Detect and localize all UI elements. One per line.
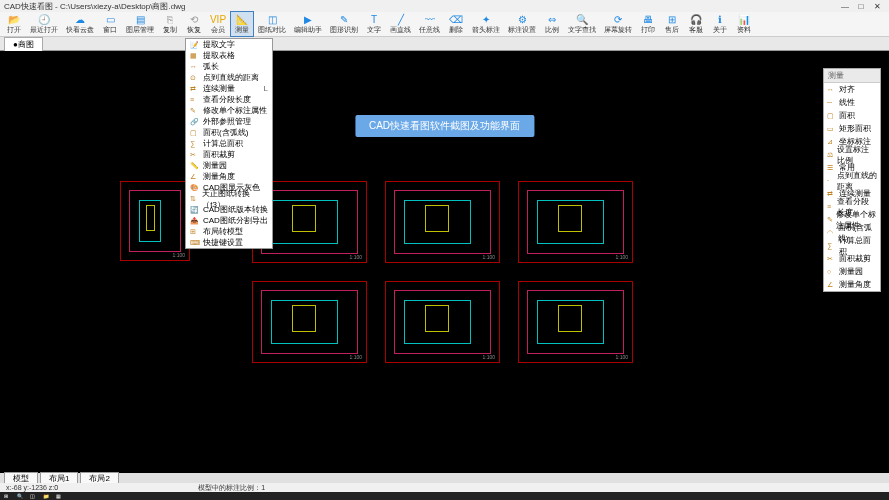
menu-item-弧长[interactable]: ↔弧长 xyxy=(186,61,272,72)
toolbar-label: 画直线 xyxy=(390,25,411,35)
toolbar-比例[interactable]: ⇔比例 xyxy=(540,12,564,36)
toolbar-icon: 📊 xyxy=(737,13,751,25)
side-icon: ⚖ xyxy=(827,150,834,159)
menu-item-测量园[interactable]: 📏测量园 xyxy=(186,160,272,171)
toolbar-label: 屏幕旋转 xyxy=(604,25,632,35)
start-icon[interactable]: ⊞ xyxy=(4,493,14,499)
side-label: 对齐 xyxy=(839,84,855,95)
toolbar-最近打开[interactable]: 🕘最近打开 xyxy=(26,12,62,36)
toolbar-客服[interactable]: 🎧客服 xyxy=(684,12,708,36)
toolbar-打开[interactable]: 📂打开 xyxy=(2,12,26,36)
cad-drawing[interactable]: 1:100 xyxy=(120,181,190,261)
side-item-测量园[interactable]: ○测量园 xyxy=(824,265,880,278)
menu-item-CAD图纸分割导出[interactable]: 📤CAD图纸分割导出 xyxy=(186,215,272,226)
menu-label: 快捷键设置 xyxy=(203,237,243,248)
side-icon: ✂ xyxy=(827,254,836,263)
toolbar-编辑助手[interactable]: ▶编辑助手 xyxy=(290,12,326,36)
side-item-点到直线的距离[interactable]: ·点到直线的距离 xyxy=(824,174,880,187)
minimize-button[interactable]: — xyxy=(837,2,853,11)
side-item-测量角度[interactable]: ∠测量角度 xyxy=(824,278,880,291)
toolbar-文字查找[interactable]: 🔍文字查找 xyxy=(564,12,600,36)
menu-item-点到直线的距离[interactable]: ⊙点到直线的距离 xyxy=(186,72,272,83)
cad-drawing[interactable]: 1:100 xyxy=(518,281,633,363)
explorer-icon[interactable]: 📁 xyxy=(43,493,53,499)
toolbar-图形识别[interactable]: ✎图形识别 xyxy=(326,12,362,36)
toolbar-icon: ⚙ xyxy=(515,13,529,25)
side-item-设置标注比例[interactable]: ⚖设置标注比例 xyxy=(824,148,880,161)
app-icon[interactable]: ▦ xyxy=(56,493,66,499)
toolbar-删除[interactable]: ⌫删除 xyxy=(444,12,468,36)
cad-drawing[interactable]: 1:100 xyxy=(385,281,500,363)
close-button[interactable]: ✕ xyxy=(869,2,885,11)
toolbar-售后[interactable]: ⊞售后 xyxy=(660,12,684,36)
toolbar-label: 图层管理 xyxy=(126,25,154,35)
toolbar-资料[interactable]: 📊资料 xyxy=(732,12,756,36)
menu-item-CAD图纸版本转换[interactable]: 🔄CAD图纸版本转换 xyxy=(186,204,272,215)
toolbar-画直线[interactable]: ╱画直线 xyxy=(386,12,415,36)
menu-label: 计算总面积 xyxy=(203,138,243,149)
toolbar-label: 最近打开 xyxy=(30,25,58,35)
side-item-计算总面积[interactable]: ∑计算总面积 xyxy=(824,239,880,252)
toolbar-快看云盘[interactable]: ☁快看云盘 xyxy=(62,12,98,36)
document-tabbar: ●商图 xyxy=(0,37,889,51)
menu-item-面积裁剪[interactable]: ✂面积裁剪 xyxy=(186,149,272,160)
toolbar-关于[interactable]: ℹ关于 xyxy=(708,12,732,36)
toolbar-测量[interactable]: 📐测量 xyxy=(230,11,254,37)
toolbar-图层管理[interactable]: ▤图层管理 xyxy=(122,12,158,36)
menu-item-测量角度[interactable]: ∠测量角度 xyxy=(186,171,272,182)
drawing-canvas[interactable]: CAD快速看图软件截图及功能界面 1:1001:1001:1001:1001:1… xyxy=(0,51,889,473)
menu-icon: 🔗 xyxy=(190,118,200,126)
menu-item-天正图纸转换（t3）[interactable]: ⇅天正图纸转换（t3） xyxy=(186,193,272,204)
cad-drawing[interactable]: 1:100 xyxy=(385,181,500,263)
menu-icon: ⇄ xyxy=(190,85,200,93)
toolbar-icon: ⟲ xyxy=(187,13,201,25)
side-item-面积[interactable]: ▢面积 xyxy=(824,109,880,122)
toolbar-label: 任意线 xyxy=(419,25,440,35)
menu-item-计算总面积[interactable]: ∑计算总面积 xyxy=(186,138,272,149)
search-icon[interactable]: 🔍 xyxy=(17,493,27,499)
toolbar-屏幕旋转[interactable]: ⟳屏幕旋转 xyxy=(600,12,636,36)
menu-item-提取文字[interactable]: 📝提取文字 xyxy=(186,39,272,50)
toolbar-恢复[interactable]: ⟲恢复 xyxy=(182,12,206,36)
toolbar-icon: ▶ xyxy=(301,13,315,25)
toolbar-文字[interactable]: T文字 xyxy=(362,12,386,36)
toolbar-icon: 📂 xyxy=(7,13,21,25)
side-item-线性[interactable]: ─线性 xyxy=(824,96,880,109)
menu-item-查看分段长度[interactable]: ≡查看分段长度 xyxy=(186,94,272,105)
toolbar-打印[interactable]: 🖶打印 xyxy=(636,12,660,36)
menu-item-连续测量[interactable]: ⇄连续测量L xyxy=(186,83,272,94)
statusbar: x:-68 y:-1236 z:0 模型中的标注比例：1 xyxy=(0,483,889,492)
menu-item-修改单个标注属性[interactable]: ✎修改单个标注属性 xyxy=(186,105,272,116)
side-item-矩形面积[interactable]: ▭矩形面积 xyxy=(824,122,880,135)
toolbar-icon: ⇔ xyxy=(545,13,559,25)
document-tab[interactable]: ●商图 xyxy=(4,37,43,51)
main-toolbar: 📂打开🕘最近打开☁快看云盘▭窗口▤图层管理⎘复制⟲恢复VIP会员📐测量◫图纸对比… xyxy=(0,12,889,37)
menu-icon: ⊞ xyxy=(190,228,200,236)
task-view-icon[interactable]: ◫ xyxy=(30,493,40,499)
menu-item-面积(含弧线)[interactable]: ▢面积(含弧线) xyxy=(186,127,272,138)
menu-item-快捷键设置[interactable]: ⌨快捷键设置 xyxy=(186,237,272,248)
toolbar-标注设置[interactable]: ⚙标注设置 xyxy=(504,12,540,36)
menu-item-外部参照管理[interactable]: 🔗外部参照管理 xyxy=(186,116,272,127)
menu-label: CAD图纸版本转换 xyxy=(203,204,268,215)
toolbar-icon: ✎ xyxy=(337,13,351,25)
cad-drawing[interactable]: 1:100 xyxy=(252,281,367,363)
side-label: 测量角度 xyxy=(839,279,871,290)
side-icon: ☰ xyxy=(827,163,836,172)
menu-icon: ∑ xyxy=(190,140,200,148)
toolbar-icon: VIP xyxy=(211,13,225,25)
menu-item-布局转模型[interactable]: ⊞布局转模型 xyxy=(186,226,272,237)
toolbar-label: 客服 xyxy=(689,25,703,35)
side-item-对齐[interactable]: ↔对齐 xyxy=(824,83,880,96)
toolbar-label: 箭头标注 xyxy=(472,25,500,35)
toolbar-图纸对比[interactable]: ◫图纸对比 xyxy=(254,12,290,36)
menu-label: 测量园 xyxy=(203,160,227,171)
maximize-button[interactable]: □ xyxy=(853,2,869,11)
toolbar-会员[interactable]: VIP会员 xyxy=(206,12,230,36)
menu-item-提取表格[interactable]: ▦提取表格 xyxy=(186,50,272,61)
cad-drawing[interactable]: 1:100 xyxy=(518,181,633,263)
toolbar-任意线[interactable]: 〰任意线 xyxy=(415,12,444,36)
toolbar-箭头标注[interactable]: ✦箭头标注 xyxy=(468,12,504,36)
toolbar-复制[interactable]: ⎘复制 xyxy=(158,12,182,36)
toolbar-窗口[interactable]: ▭窗口 xyxy=(98,12,122,36)
